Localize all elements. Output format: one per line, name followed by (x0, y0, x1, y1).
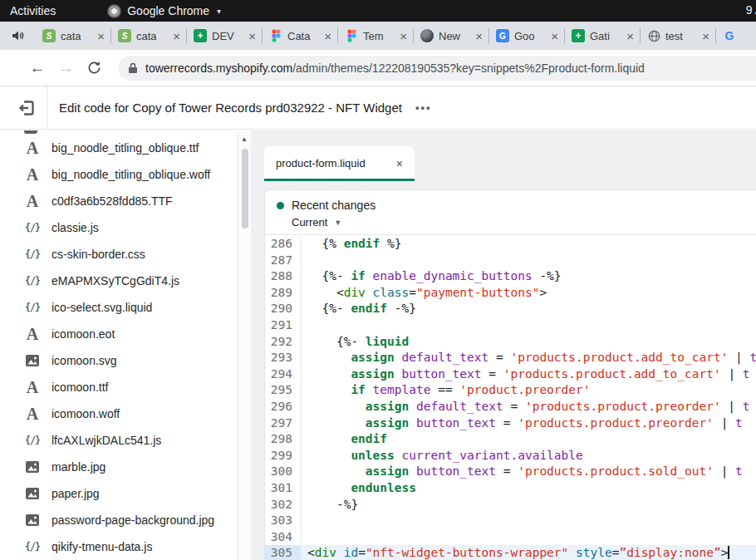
back-button[interactable]: ← (23, 59, 52, 77)
figma-favicon-icon (269, 29, 282, 42)
line-number: 300 (265, 464, 302, 480)
translate-favicon-icon: G (496, 29, 509, 42)
code-file-icon: {/} (23, 541, 42, 553)
file-item-ico-select.svg.liquid[interactable]: {/}ico-select.svg.liquid (0, 294, 238, 321)
code-line-293: 293 assign default_text = 'products.prod… (265, 350, 756, 366)
file-item-paper.jpg[interactable]: paper.jpg (0, 480, 238, 507)
browser-tab-New[interactable]: New× (413, 22, 488, 50)
line-content: assign button_text = 'products.product.s… (302, 464, 756, 480)
code-line-296: 296 assign default_text = 'products.prod… (265, 399, 756, 415)
browser-tab-test[interactable]: test× (640, 22, 715, 50)
overflow-menu-button[interactable]: ••• (415, 101, 432, 114)
text-cursor (728, 546, 729, 559)
file-item-icomoon.svg[interactable]: icomoon.svg (0, 347, 238, 374)
code-line-304: 304 (265, 529, 756, 546)
line-number: 305 (265, 545, 302, 560)
tab-label: New (439, 30, 470, 42)
file-item-cs-skin-border.css[interactable]: {/}cs-skin-border.css (0, 241, 238, 268)
image-file-icon (23, 461, 42, 473)
version-selector[interactable]: Current ▼ (292, 216, 756, 228)
figma-favicon-icon (345, 29, 358, 42)
sidebar-scrollbar[interactable]: ▲ (238, 130, 251, 560)
browser-tab-Goo[interactable]: GGoo× (488, 22, 564, 50)
line-number: 290 (265, 301, 302, 317)
file-item-classie.js[interactable]: {/}classie.js (0, 214, 238, 241)
file-item-c0df3a6b528fdd85.TTF[interactable]: Ac0df3a6b528fdd85.TTF (0, 188, 238, 214)
file-name: icomoon.svg (52, 354, 117, 367)
file-item-password-page-background.jpg[interactable]: password-page-background.jpg (0, 507, 238, 533)
file-item-eMAPMXSyTCgGdiT4.js[interactable]: {/}eMAPMXSyTCgGdiT4.js (0, 268, 238, 294)
url-path: /admin/themes/122208190535?key=snippets%… (292, 61, 645, 75)
line-number: 299 (265, 448, 302, 464)
code-line-289: 289 <div class="payment-buttons"> (265, 285, 756, 302)
browser-tab-DEV[interactable]: +DEV× (186, 22, 262, 50)
code-line-298: 298 endif (265, 431, 756, 448)
browser-tab-partial[interactable]: G (715, 22, 745, 50)
file-name: big_noodle_titling_oblique.woff (52, 168, 210, 181)
browser-tab-Gati[interactable]: +Gati× (564, 22, 640, 50)
font-file-icon: A (23, 193, 42, 209)
tab-close-icon[interactable]: × (173, 30, 180, 42)
image-file-icon (23, 488, 42, 499)
file-item-marble.jpg[interactable]: marble.jpg (0, 454, 238, 480)
line-number: 298 (265, 431, 302, 448)
line-content (302, 513, 756, 529)
line-number: 288 (265, 268, 302, 285)
forward-button[interactable]: → (52, 59, 80, 77)
tab-close-icon[interactable]: × (475, 30, 483, 42)
browser-tab-Cata[interactable]: Cata× (262, 22, 337, 50)
tab-close-icon[interactable]: × (324, 30, 331, 42)
file-item-qikify-tmenu-data.js[interactable]: {/}qikify-tmenu-data.js (0, 533, 238, 560)
reload-button[interactable] (80, 60, 108, 76)
line-number: 296 (265, 399, 302, 415)
address-bar[interactable]: towerrecords.myshopify.com/admin/themes/… (118, 56, 756, 81)
editor-file-tab[interactable]: product-form.liquid × (264, 146, 415, 180)
browser-tab-cata[interactable]: Scata× (35, 22, 110, 50)
line-number: 301 (265, 480, 302, 497)
line-content: assign button_text = 'products.product.p… (302, 415, 756, 432)
line-content: {%- if enable_dynamic_buttons -%} (302, 268, 756, 285)
globe-favicon-icon (647, 29, 660, 42)
file-item-icomoon.eot[interactable]: Aicomoon.eot (0, 321, 238, 347)
lock-icon (128, 62, 138, 74)
version-selector-label: Current (292, 216, 327, 228)
code-area[interactable]: 286 {% endif %}287288 {%- if enable_dyna… (265, 236, 756, 560)
page-title: Edit code for Copy of Tower Records prd0… (59, 101, 402, 115)
tab-label: Cata (287, 30, 319, 42)
reload-icon (86, 60, 102, 76)
tab-label: cata (61, 30, 92, 42)
editor-tab-close-button[interactable]: × (396, 157, 403, 170)
tab-close-icon[interactable]: × (400, 30, 407, 42)
scroll-up-arrow-icon[interactable]: ▲ (241, 135, 248, 143)
tab-close-icon[interactable]: × (702, 30, 709, 42)
browser-toolbar: ← → towerrecords.myshopify.com/admin/the… (0, 50, 756, 86)
line-content: <div id="nft-widget-buttons-wrapper" sty… (302, 545, 756, 560)
file-item-icomoon.woff[interactable]: Aicomoon.woff (0, 400, 238, 427)
file-item-lfcAXLwjkDALc541.js[interactable]: {/}lfcAXLwjkDALc541.js (0, 427, 238, 454)
url-domain: towerrecords.myshopify.com (145, 61, 292, 75)
code-line-297: 297 assign button_text = 'products.produ… (265, 415, 756, 432)
tab-close-icon[interactable]: × (551, 30, 558, 42)
sheets-favicon-icon: + (194, 29, 207, 42)
file-item-big_noodle_titling_oblique.woff[interactable]: Abig_noodle_titling_oblique.woff (0, 161, 238, 188)
tab-close-icon[interactable]: × (626, 30, 634, 42)
sheets-favicon-icon: + (572, 29, 585, 42)
file-item-big_noodle_titling_oblique.ttf[interactable]: Abig_noodle_titling_oblique.ttf (0, 135, 238, 161)
system-bar: Activities Google Chrome ▾ 9 A (0, 0, 756, 22)
speaker-icon (12, 30, 24, 42)
browser-tab-cata[interactable]: Scata× (110, 22, 186, 50)
file-item-icomoon.ttf[interactable]: Aicomoon.ttf (0, 374, 238, 400)
activities-button[interactable]: Activities (10, 4, 56, 17)
tab-close-icon[interactable]: × (97, 30, 105, 42)
line-number: 291 (265, 317, 302, 334)
code-line-303: 303 (265, 513, 756, 529)
tab-audio-indicator[interactable] (0, 30, 35, 42)
browser-tab-Tem[interactable]: Tem× (337, 22, 413, 50)
tab-close-icon[interactable]: × (248, 30, 256, 42)
font-file-icon: A (23, 140, 42, 156)
scrollbar-thumb[interactable] (242, 149, 248, 228)
line-content: assign default_text = 'products.product.… (302, 350, 756, 366)
exit-code-editor-button[interactable] (12, 93, 42, 123)
app-menu[interactable]: Google Chrome ▾ (107, 4, 221, 18)
clock[interactable]: 9 A (746, 3, 756, 17)
